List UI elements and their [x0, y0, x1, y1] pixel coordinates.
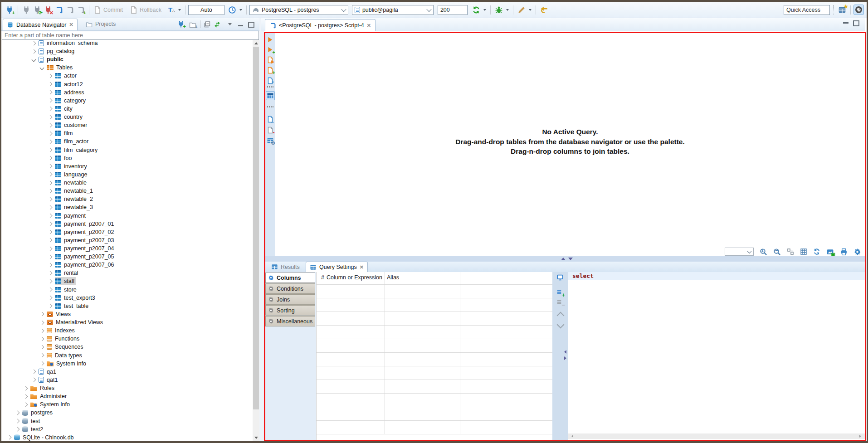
- tree-row[interactable]: payment_p2007_01: [1, 220, 253, 228]
- view-menu-icon[interactable]: [228, 23, 232, 25]
- tree-scrollbar[interactable]: [253, 40, 259, 441]
- section-button-columns[interactable]: Columns: [265, 273, 315, 283]
- tree-chevron-icon[interactable]: [48, 123, 53, 127]
- explain-plan-button[interactable]: ≡: [267, 77, 274, 84]
- nav-new-folder-button[interactable]: +: [189, 21, 196, 28]
- tree-row[interactable]: payment_p2007_04: [1, 244, 253, 253]
- execute-script-button[interactable]: ▶: [267, 56, 274, 63]
- tree-chevron-icon[interactable]: [48, 148, 53, 152]
- tree-row[interactable]: Data types: [1, 351, 253, 360]
- tree-chevron-icon[interactable]: [24, 386, 28, 390]
- section-button-sorting[interactable]: Sorting: [265, 305, 315, 316]
- no-data-button[interactable]: ▪: [267, 127, 274, 134]
- tree-row[interactable]: test_table: [1, 302, 253, 310]
- tree-chevron-icon[interactable]: [48, 156, 53, 161]
- add-column-button[interactable]: +: [556, 289, 564, 297]
- refresh-diagram-button[interactable]: [813, 248, 820, 255]
- save-as-picture-button[interactable]: ▣: [826, 248, 834, 256]
- tab-results[interactable]: Results: [268, 262, 303, 272]
- last-edit-location-button[interactable]: [540, 6, 548, 14]
- tree-row[interactable]: test: [1, 417, 253, 425]
- link-with-editor-button[interactable]: [214, 21, 221, 28]
- sql-editor-button[interactable]: [55, 6, 63, 14]
- toggle-grid-button[interactable]: [800, 248, 807, 255]
- close-icon[interactable]: ✕: [360, 264, 364, 270]
- open-sql-console-button[interactable]: [66, 6, 74, 14]
- tree-chevron-icon[interactable]: [48, 304, 53, 308]
- export-result-button[interactable]: →: [267, 116, 274, 123]
- tree-chevron-icon[interactable]: [48, 287, 53, 292]
- zoom-level-combo[interactable]: [725, 248, 754, 256]
- open-perspective-button[interactable]: ★: [838, 6, 846, 14]
- tree-row[interactable]: language: [1, 170, 253, 179]
- maximize-icon[interactable]: [853, 20, 859, 26]
- editor-settings-button[interactable]: ⚙: [267, 137, 274, 144]
- columns-table[interactable]: # Column or Expression Alias: [316, 272, 552, 440]
- move-down-button[interactable]: [557, 321, 565, 329]
- tree-row[interactable]: information_schema: [1, 40, 253, 47]
- tree-row[interactable]: Administer: [1, 392, 253, 400]
- tree-chevron-icon[interactable]: [32, 378, 36, 382]
- tree-row[interactable]: Indexes: [1, 326, 253, 335]
- tree-row[interactable]: staff: [1, 277, 253, 285]
- quick-access-input[interactable]: [784, 5, 830, 15]
- tree-chevron-icon[interactable]: [48, 197, 53, 201]
- tree-chevron-icon[interactable]: [48, 263, 53, 267]
- tree-chevron-icon[interactable]: [48, 74, 53, 78]
- tree-row[interactable]: film: [1, 129, 253, 137]
- scrollbar-thumb[interactable]: [253, 47, 259, 409]
- tree-row[interactable]: payment_p2007_03: [1, 236, 253, 244]
- tree-chevron-icon[interactable]: [48, 246, 53, 251]
- tab-query-settings[interactable]: Query Settings ✕: [306, 262, 368, 272]
- txn-history-button[interactable]: [228, 6, 242, 14]
- tree-chevron-icon[interactable]: [40, 312, 44, 316]
- zoom-out-button[interactable]: −: [773, 248, 781, 256]
- tree-row[interactable]: address: [1, 88, 253, 97]
- tree-row[interactable]: Tables: [1, 63, 253, 72]
- tree-chevron-icon[interactable]: [40, 361, 44, 366]
- tree-chevron-icon[interactable]: [48, 296, 53, 300]
- tree-row[interactable]: city: [1, 105, 253, 113]
- tree-row[interactable]: newtable_1: [1, 187, 253, 195]
- tree-chevron-icon[interactable]: [48, 180, 53, 185]
- table-filter-input[interactable]: [2, 31, 259, 40]
- tree-row[interactable]: film_category: [1, 146, 253, 154]
- tree-chevron-icon[interactable]: [48, 205, 53, 209]
- panel-sash[interactable]: [259, 18, 264, 441]
- tree-row[interactable]: inventory: [1, 162, 253, 170]
- tree-row[interactable]: actor12: [1, 80, 253, 88]
- remove-column-button[interactable]: −: [556, 299, 564, 307]
- tree-row[interactable]: Roles: [1, 384, 253, 392]
- tree-row[interactable]: store: [1, 286, 253, 294]
- new-connection-button[interactable]: +: [5, 6, 14, 14]
- close-icon[interactable]: ✕: [367, 23, 371, 29]
- txn-mode-combo[interactable]: Auto: [188, 5, 224, 15]
- query-builder-canvas[interactable]: No Active Query. Drag-and-drop tables fr…: [275, 33, 865, 256]
- sql-preview-editor[interactable]: select: [568, 272, 865, 440]
- dbeaver-perspective-button[interactable]: [853, 5, 864, 15]
- tree-chevron-icon[interactable]: [32, 370, 36, 374]
- tree-chevron-icon[interactable]: [48, 131, 53, 136]
- tree-chevron-icon[interactable]: [48, 254, 53, 259]
- tree-chevron-icon[interactable]: [40, 328, 44, 333]
- tree-row[interactable]: newtable_2: [1, 195, 253, 203]
- tree-chevron-icon[interactable]: [40, 345, 44, 349]
- scroll-left-icon[interactable]: [571, 435, 573, 438]
- fetch-size-input[interactable]: [438, 5, 468, 15]
- tree-chevron-icon[interactable]: [15, 427, 20, 432]
- tree-chevron-icon[interactable]: [48, 98, 53, 103]
- tab-database-navigator[interactable]: Database Navigator ✕: [3, 19, 78, 30]
- tree-row[interactable]: qa1: [1, 368, 253, 376]
- expand-right-icon[interactable]: [564, 356, 566, 360]
- reconnect-button[interactable]: ⟳: [33, 6, 41, 14]
- tree-chevron-icon[interactable]: [40, 65, 44, 70]
- tree-row[interactable]: public: [1, 55, 253, 63]
- tree-chevron-icon[interactable]: [48, 222, 53, 226]
- tree-chevron-icon[interactable]: [24, 394, 28, 399]
- scroll-right-icon[interactable]: [859, 435, 861, 438]
- section-button-joins[interactable]: Joins: [265, 294, 315, 305]
- tab-projects[interactable]: Projects: [82, 18, 119, 30]
- tree-chevron-icon[interactable]: [48, 238, 53, 243]
- database-combo[interactable]: public@pagila: [352, 5, 434, 15]
- tree-row[interactable]: rental: [1, 269, 253, 277]
